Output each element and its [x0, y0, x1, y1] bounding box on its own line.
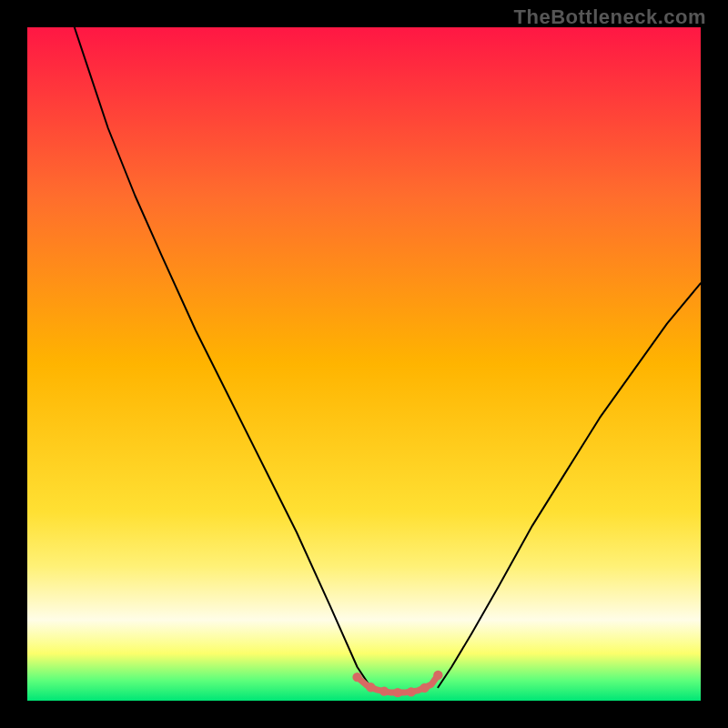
point-trough-points — [366, 682, 375, 692]
watermark-text: TheBottleneck.com — [514, 5, 706, 29]
point-trough-points — [379, 686, 389, 695]
chart-svg — [27, 27, 701, 701]
point-trough-points — [433, 671, 442, 680]
point-trough-points — [407, 687, 416, 696]
plot-area — [27, 27, 701, 701]
point-trough-points — [420, 683, 429, 693]
gradient-background — [27, 27, 701, 701]
chart-container: TheBottleneck.com — [0, 0, 728, 728]
point-trough-points — [352, 672, 361, 682]
point-trough-points — [393, 688, 402, 697]
